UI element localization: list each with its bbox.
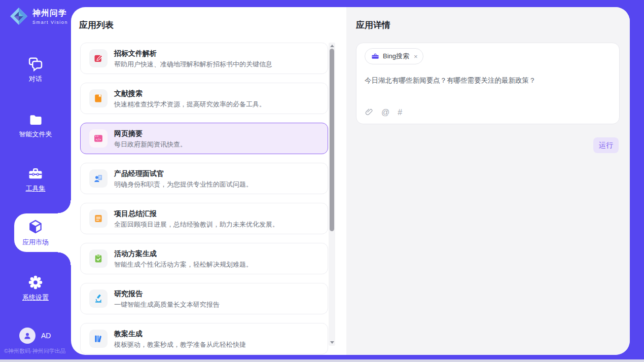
cube-icon — [27, 219, 44, 235]
app-detail-panel: 应用详情 Bing搜索 × 今日湖北有哪些新闻要点？有哪些需要关注的最新政策？ — [346, 7, 630, 355]
app-card-description: 模板驱动，教案秒成，教学准备从此轻松快捷 — [114, 341, 246, 348]
sidebar-item-label: 应用市场 — [22, 239, 49, 245]
diamond-logo-icon — [9, 7, 28, 26]
app-card-title: 网页摘要 — [114, 130, 187, 137]
brand-subtitle: Smart Vision — [32, 20, 68, 25]
app-list: 招标文件解析 帮助用户快速、准确地理解和解析招标书中的关键信息 文献搜索 快速精… — [80, 43, 328, 355]
chat-icon — [28, 56, 43, 71]
app-card-lesson-plan[interactable]: 教案生成 模板驱动，教案秒成，教学准备从此轻松快捷 — [80, 323, 328, 354]
app-card-description: 智能生成个性化活动方案，轻松解决规划难题。 — [114, 261, 253, 268]
query-input-card[interactable]: Bing搜索 × 今日湖北有哪些新闻要点？有哪些需要关注的最新政策？ @ # — [356, 43, 620, 124]
sidebar-item-toolset[interactable]: 工具集 — [0, 166, 71, 192]
app-card-title: 教案生成 — [114, 330, 246, 337]
briefcase-icon — [371, 52, 379, 60]
books-icon — [89, 330, 108, 348]
scrollbar-down-arrow-icon[interactable] — [329, 339, 335, 346]
tool-tag-label: Bing搜索 — [383, 52, 409, 61]
app-card-description: 明确身份和职责，为您提供专业性的面试问题。 — [114, 181, 253, 188]
app-card-description: 全面回顾项目进展，总结经验教训，助力未来优化发展。 — [114, 221, 279, 228]
app-card-web-summary[interactable]: </> 网页摘要 每日政府新闻资讯快查。 — [80, 123, 328, 154]
app-card-description: 每日政府新闻资讯快查。 — [114, 141, 187, 148]
sidebar-item-smart-folder[interactable]: 智能文件夹 — [0, 113, 71, 137]
sidebar-item-chat[interactable]: 对话 — [0, 56, 71, 82]
folder-icon — [28, 113, 43, 127]
app-card-title: 研究报告 — [114, 290, 220, 297]
brand-logo: 神州问学 Smart Vision — [9, 7, 68, 26]
app-card-description: 帮助用户快速、准确地理解和解析招标书中的关键信息 — [114, 61, 272, 67]
sidebar-item-settings[interactable]: 系统设置 — [0, 275, 71, 301]
gear-icon — [28, 275, 43, 290]
tool-tag-close-icon[interactable]: × — [414, 53, 418, 60]
copyright-footer: ©神州数码·神州问学出品 — [4, 347, 66, 355]
app-list-scrollbar[interactable] — [329, 43, 335, 346]
run-button[interactable]: 运行 — [593, 137, 619, 153]
microscope-icon — [89, 289, 108, 308]
tool-tag-bing-search[interactable]: Bing搜索 × — [365, 48, 423, 64]
person-icon — [23, 331, 32, 340]
sidebar-item-label: 对话 — [29, 76, 42, 82]
sidebar-item-label: 智能文件夹 — [19, 131, 52, 137]
app-card-description: 一键智能生成高质量长文本研究报告 — [114, 301, 220, 308]
app-card-title: 文献搜索 — [114, 90, 266, 97]
app-card-research-report[interactable]: 研究报告 一键智能生成高质量长文本研究报告 — [80, 283, 328, 314]
sidebar-item-label: 系统设置 — [22, 294, 49, 301]
app-card-title: 项目总结汇报 — [114, 210, 279, 217]
app-card-description: 快速精准查找学术资源，提高研究效率的必备工具。 — [114, 101, 266, 107]
user-account[interactable]: AD — [19, 328, 51, 344]
app-card-project-summary[interactable]: 项目总结汇报 全面回顾项目进展，总结经验教训，助力未来优化发展。 — [80, 203, 328, 234]
hash-tag-icon[interactable]: # — [398, 108, 402, 117]
bottom-edge-strip — [0, 359, 644, 362]
sidebar-item-app-market[interactable]: 应用市场 — [0, 219, 71, 245]
pen-square-icon — [89, 49, 108, 67]
at-mention-icon[interactable]: @ — [381, 108, 389, 117]
toolbox-icon — [28, 166, 43, 181]
brand-name: 神州问学 — [32, 8, 68, 19]
browser-code-icon: </> — [89, 129, 108, 148]
app-card-literature-search[interactable]: 文献搜索 快速精准查找学术资源，提高研究效率的必备工具。 — [80, 83, 328, 114]
app-card-title: 活动方案生成 — [114, 250, 253, 257]
app-card-bid-document-analysis[interactable]: 招标文件解析 帮助用户快速、准确地理解和解析招标书中的关键信息 — [80, 43, 328, 74]
avatar[interactable] — [19, 328, 35, 344]
user-initials: AD — [41, 332, 51, 340]
person-document-icon — [89, 169, 108, 188]
input-toolbar: @ # — [365, 108, 402, 117]
app-detail-title: 应用详情 — [356, 19, 390, 31]
paperclip-icon[interactable] — [365, 108, 373, 117]
app-card-title: 招标文件解析 — [114, 50, 272, 57]
note-icon — [89, 209, 108, 228]
sidebar: 神州问学 Smart Vision 对话 智能文件夹 — [0, 0, 71, 359]
app-card-title: 产品经理面试官 — [114, 170, 253, 177]
sidebar-item-label: 工具集 — [26, 185, 46, 192]
svg-text:</>: </> — [96, 138, 101, 141]
app-card-pm-interviewer[interactable]: 产品经理面试官 明确身份和职责，为您提供专业性的面试问题。 — [80, 163, 328, 194]
clipboard-check-icon — [89, 249, 108, 268]
book-icon — [89, 89, 108, 107]
scrollbar-thumb[interactable] — [330, 49, 334, 231]
app-list-title: 应用列表 — [79, 19, 114, 31]
app-card-event-plan[interactable]: 活动方案生成 智能生成个性化活动方案，轻松解决规划难题。 — [80, 243, 328, 274]
main-content: 应用列表 招标文件解析 帮助用户快速、准确地理解和解析招标书中的关键信息 — [71, 7, 630, 355]
query-text-input[interactable]: 今日湖北有哪些新闻要点？有哪些需要关注的最新政策？ — [365, 76, 611, 86]
